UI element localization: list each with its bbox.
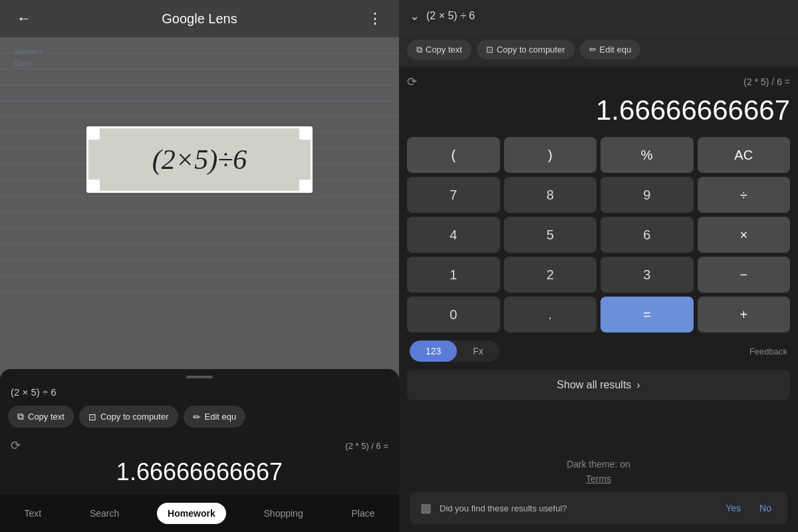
sheet-result-row: ⟳ (2 * 5) / 6 = xyxy=(0,436,399,456)
feedback-question: Did you find these results useful? xyxy=(440,503,712,513)
tab-shopping[interactable]: Shopping xyxy=(253,503,314,524)
corner-bl xyxy=(86,180,100,193)
calc-history-icon: ⟳ xyxy=(407,74,417,89)
calc-btn-1[interactable]: 1 xyxy=(407,257,500,293)
notebook-background xyxy=(0,37,399,369)
calc-btn-equals[interactable]: = xyxy=(600,297,694,332)
dark-theme-label: Dark theme: on xyxy=(410,459,787,469)
tab-text[interactable]: Text xyxy=(13,503,52,524)
calculator-area: ⟳ (2 * 5) / 6 = 1.66666666667 ( ) % AC 7… xyxy=(399,66,798,408)
right-footer: Dark theme: on Terms ▩ Did you find thes… xyxy=(399,451,798,532)
result-number: 1.66666666667 xyxy=(0,456,399,489)
calc-tabs-row: 123 Fx Feedback xyxy=(407,335,790,367)
right-edit-icon: ✏ xyxy=(589,45,597,55)
corner-br xyxy=(299,180,313,193)
calc-expression: (2 * 5) / 6 = xyxy=(422,76,790,87)
calc-btn-percent[interactable]: % xyxy=(600,137,694,173)
calc-buttons: ( ) % AC 7 8 9 ÷ 4 5 6 × 1 2 3 − 0 . = + xyxy=(407,134,790,335)
tab-homework[interactable]: Homework xyxy=(157,503,226,524)
right-copy-computer-icon: ⊡ xyxy=(486,45,493,55)
notebook-date-label: Date xyxy=(13,59,31,68)
formula-selection-box: (2×5)÷6 xyxy=(86,126,313,193)
calc-btn-multiply[interactable]: × xyxy=(698,217,791,253)
calc-btn-8[interactable]: 8 xyxy=(504,177,597,213)
calc-btn-close-paren[interactable]: ) xyxy=(504,137,597,173)
formula-handwritten: (2×5)÷6 xyxy=(152,144,247,176)
history-icon: ⟳ xyxy=(11,438,21,453)
right-copy-text-button[interactable]: ⧉ Copy text xyxy=(407,40,471,60)
calc-header: ⟳ (2 * 5) / 6 = xyxy=(407,72,790,92)
sheet-handle xyxy=(186,376,213,378)
copy-to-computer-button[interactable]: ⊡ Copy to computer xyxy=(79,406,178,428)
calc-btn-5[interactable]: 5 xyxy=(504,217,597,253)
left-panel: ← Google Lens ⋮ Subject Date (2×5)÷6 (2 … xyxy=(0,0,399,532)
arrow-right-icon: › xyxy=(636,379,640,391)
corner-tl xyxy=(86,126,100,140)
calc-btn-divide[interactable]: ÷ xyxy=(698,177,791,213)
right-copy-text-icon: ⧉ xyxy=(416,45,422,55)
right-copy-computer-button[interactable]: ⊡ Copy to computer xyxy=(477,40,575,59)
back-button[interactable]: ← xyxy=(11,5,37,32)
right-edit-equation-button[interactable]: ✏ Edit equ xyxy=(580,40,641,59)
calc-btn-0[interactable]: 0 xyxy=(407,297,500,332)
result-expression: (2 * 5) / 6 = xyxy=(345,441,388,451)
bottom-tabs: Text Search Homework Shopping Place xyxy=(0,495,399,532)
chevron-down-icon[interactable]: ⌄ xyxy=(410,9,420,23)
calc-btn-subtract[interactable]: − xyxy=(698,257,791,293)
calc-result: 1.66666666667 xyxy=(407,92,790,134)
feedback-link[interactable]: Feedback xyxy=(749,346,787,356)
copy-text-button[interactable]: ⧉ Copy text xyxy=(8,406,74,428)
notebook-subject-label: Subject xyxy=(13,47,42,57)
calc-btn-7[interactable]: 7 xyxy=(407,177,500,213)
feedback-yes-button[interactable]: Yes xyxy=(720,500,746,516)
right-top-bar: ⌄ (2 × 5) ÷ 6 xyxy=(399,0,798,32)
tab-search[interactable]: Search xyxy=(79,503,130,524)
more-button[interactable]: ⋮ xyxy=(362,5,388,32)
app-title: Google Lens xyxy=(162,11,237,27)
right-panel: ⌄ (2 × 5) ÷ 6 ⧉ Copy text ⊡ Copy to comp… xyxy=(399,0,798,532)
calc-btn-ac[interactable]: AC xyxy=(698,137,791,173)
calc-btn-dot[interactable]: . xyxy=(504,297,597,332)
top-bar: ← Google Lens ⋮ xyxy=(0,0,399,37)
right-actions: ⧉ Copy text ⊡ Copy to computer ✏ Edit eq… xyxy=(399,32,798,66)
copy-computer-icon: ⊡ xyxy=(88,412,96,422)
calc-btn-4[interactable]: 4 xyxy=(407,217,500,253)
calc-btn-add[interactable]: + xyxy=(698,297,791,332)
copy-text-icon: ⧉ xyxy=(17,411,24,422)
calc-btn-2[interactable]: 2 xyxy=(504,257,597,293)
calc-tabs: 123 Fx xyxy=(410,340,499,362)
terms-link[interactable]: Terms xyxy=(410,473,787,484)
edit-icon: ✏ xyxy=(193,412,201,422)
feedback-no-button[interactable]: No xyxy=(754,500,777,516)
sheet-formula-label: (2 × 5) ÷ 6 xyxy=(0,384,399,400)
edit-equation-button[interactable]: ✏ Edit equ xyxy=(184,406,246,428)
calc-btn-open-paren[interactable]: ( xyxy=(407,137,500,173)
tab-fx[interactable]: Fx xyxy=(457,340,499,362)
corner-tr xyxy=(299,126,313,140)
right-formula-title: (2 × 5) ÷ 6 xyxy=(426,10,475,22)
calc-btn-3[interactable]: 3 xyxy=(600,257,694,293)
feedback-bar-icon: ▩ xyxy=(420,501,432,515)
tab-123[interactable]: 123 xyxy=(410,340,457,362)
sheet-actions: ⧉ Copy text ⊡ Copy to computer ✏ Edit eq… xyxy=(0,406,399,428)
show-all-results-button[interactable]: Show all results › xyxy=(407,370,790,400)
calc-btn-6[interactable]: 6 xyxy=(600,217,694,253)
tab-place[interactable]: Place xyxy=(341,503,386,524)
feedback-bar: ▩ Did you find these results useful? Yes… xyxy=(410,492,787,524)
calc-btn-9[interactable]: 9 xyxy=(600,177,694,213)
